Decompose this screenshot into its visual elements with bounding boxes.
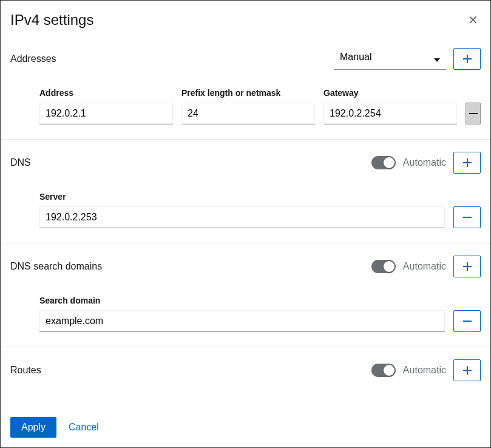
dns-server-header: Server [39,192,445,202]
minus-icon [463,314,472,328]
search-domain-input[interactable] [39,310,445,332]
dns-server-input[interactable] [39,206,445,228]
dns-label: DNS [10,157,31,168]
apply-button[interactable]: Apply [10,417,56,438]
prefix-column-header: Prefix length or netmask [181,88,315,98]
dialog-title: IPv4 settings [10,12,93,29]
divider [1,139,490,140]
cancel-button[interactable]: Cancel [69,422,99,433]
addresses-mode-select[interactable]: Manual [334,48,446,70]
add-route-button[interactable] [453,359,481,381]
addresses-label: Addresses [10,53,56,64]
gateway-input[interactable] [323,103,457,124]
minus-icon [463,211,472,225]
add-search-domain-button[interactable] [453,256,481,277]
routes-automatic-label: Automatic [403,365,446,376]
add-address-button[interactable] [453,48,481,70]
address-input[interactable] [39,103,173,124]
toggle-knob [384,261,394,272]
routes-automatic-toggle[interactable] [371,364,396,377]
dns-automatic-label: Automatic [403,157,446,168]
search-domain-header: Search domain [39,296,445,305]
search-domains-label: DNS search domains [10,261,102,272]
address-column-header: Address [39,88,173,98]
toggle-knob [384,365,394,376]
plus-icon [463,364,472,378]
minus-icon [469,107,478,121]
close-icon[interactable]: ✕ [466,10,481,30]
remove-address-button[interactable] [466,103,481,124]
remove-dns-button[interactable] [453,206,481,228]
plus-icon [463,52,472,66]
search-domains-automatic-toggle[interactable] [371,260,396,273]
plus-icon [463,260,472,274]
divider [1,347,490,347]
dns-automatic-toggle[interactable] [371,156,396,169]
search-domains-automatic-label: Automatic [403,261,446,272]
add-dns-button[interactable] [453,152,481,174]
plus-icon [463,156,472,170]
gateway-column-header: Gateway [323,88,457,98]
toggle-knob [384,157,394,168]
divider [1,243,490,243]
svg-rect-2 [463,321,472,322]
prefix-input[interactable] [181,103,315,124]
svg-rect-1 [463,217,472,218]
remove-search-domain-button[interactable] [453,310,481,332]
routes-label: Routes [10,365,41,376]
svg-rect-0 [469,113,478,114]
